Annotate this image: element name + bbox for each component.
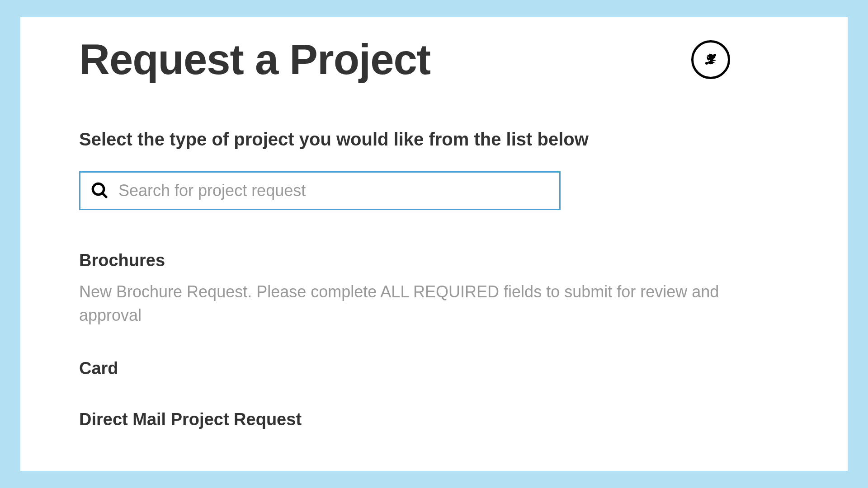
list-item-direct-mail[interactable]: Direct Mail Project Request xyxy=(79,410,789,429)
item-title: Card xyxy=(79,359,789,378)
page-title: Request a Project xyxy=(79,35,430,84)
search-icon xyxy=(90,181,109,200)
list-item-brochures[interactable]: Brochures New Brochure Request. Please c… xyxy=(79,251,789,327)
item-title: Direct Mail Project Request xyxy=(79,410,789,429)
modal-header: Request a Project xyxy=(79,35,789,84)
svg-point-0 xyxy=(705,62,708,65)
request-project-modal: Request a Project Select the type of pro… xyxy=(20,17,848,471)
svg-line-3 xyxy=(102,193,106,197)
search-input[interactable] xyxy=(118,181,549,200)
close-button[interactable] xyxy=(691,40,730,79)
search-container[interactable] xyxy=(79,171,561,210)
item-title: Brochures xyxy=(79,251,789,270)
close-icon xyxy=(703,51,719,69)
list-item-card[interactable]: Card xyxy=(79,359,789,378)
svg-point-1 xyxy=(713,54,716,56)
subtitle: Select the type of project you would lik… xyxy=(79,129,789,150)
item-description: New Brochure Request. Please complete AL… xyxy=(79,280,735,327)
